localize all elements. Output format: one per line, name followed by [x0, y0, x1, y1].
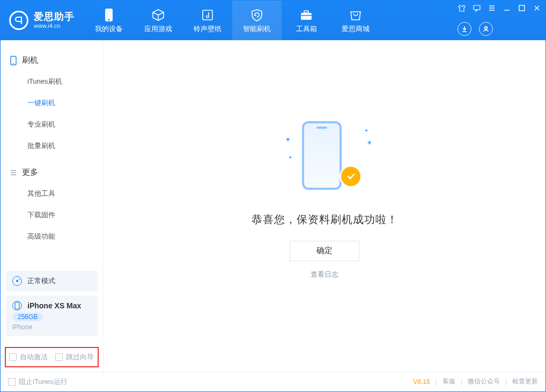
checkbox-icon	[9, 353, 17, 361]
svg-point-11	[16, 280, 18, 282]
nav-label: 我的设备	[95, 24, 123, 34]
checkbox-icon	[55, 353, 63, 361]
nav-apps-games[interactable]: 应用游戏	[134, 1, 183, 40]
app-logo: 爱思助手 www.i4.cn	[1, 1, 84, 40]
section-title: 刷机	[22, 55, 38, 65]
svg-rect-13	[15, 302, 19, 309]
wechat-link[interactable]: 微信公众号	[468, 377, 500, 386]
device-name: iPhone XS Max	[27, 301, 81, 310]
flash-options-box: 自动激活 跳过向导	[5, 347, 99, 367]
toolbox-icon	[299, 8, 314, 23]
main-nav: 我的设备 应用游戏 铃声壁纸 智能刷机 工具箱 爱思商城	[84, 1, 380, 40]
sidebar-section-flash: 刷机	[1, 50, 103, 71]
nav-label: 应用游戏	[144, 24, 172, 34]
sidebar-item-oneclick-flash[interactable]: 一键刷机	[1, 92, 103, 114]
ok-button[interactable]: 确定	[290, 241, 359, 261]
store-icon	[348, 8, 363, 23]
svg-point-8	[485, 27, 488, 29]
device-mode-row[interactable]: 正常模式	[6, 271, 98, 291]
sparkle-icon: ✦	[285, 135, 291, 144]
svg-rect-3	[301, 13, 312, 20]
window-controls	[453, 1, 545, 40]
shirt-icon[interactable]	[458, 4, 466, 12]
phone-icon	[9, 56, 18, 65]
app-name-cn: 爱思助手	[34, 12, 75, 23]
minimize-icon[interactable]	[503, 4, 511, 12]
checkmark-badge-icon	[340, 165, 362, 188]
sparkle-icon: ✦	[366, 138, 373, 147]
titlebar: 爱思助手 www.i4.cn 我的设备 应用游戏 铃声壁纸 智能刷机 工具箱 爱…	[1, 1, 545, 40]
view-log-link[interactable]: 查看日志	[311, 270, 338, 279]
nav-label: 铃声壁纸	[194, 24, 222, 34]
menu-icon[interactable]	[488, 4, 496, 12]
mode-icon	[12, 276, 22, 286]
refresh-shield-icon	[249, 8, 264, 23]
statusbar: 阻止iTunes运行 V8.16 | 客服 | 微信公众号 | 检查更新	[1, 372, 545, 391]
checkbox-icon	[8, 378, 16, 386]
checkbox-block-itunes[interactable]: 阻止iTunes运行	[8, 377, 68, 387]
sidebar-item-other-tools[interactable]: 其他工具	[1, 183, 103, 204]
device-storage-badge: 256GB	[12, 313, 43, 321]
feedback-icon[interactable]	[473, 4, 481, 12]
sidebar: 刷机 iTunes刷机 一键刷机 专业刷机 批量刷机 更多 其他工具 下载固件 …	[1, 40, 104, 372]
nav-toolbox[interactable]: 工具箱	[282, 1, 331, 40]
checkbox-label: 跳过向导	[66, 352, 94, 362]
nav-my-device[interactable]: 我的设备	[84, 1, 134, 40]
svg-rect-2	[203, 10, 212, 20]
svg-point-12	[19, 279, 20, 280]
svg-point-10	[13, 63, 14, 64]
maximize-icon[interactable]	[518, 4, 526, 12]
phone-icon	[302, 121, 342, 190]
cube-icon	[151, 8, 166, 23]
svg-rect-7	[519, 5, 525, 11]
checkbox-auto-activate[interactable]: 自动激活	[9, 352, 48, 362]
music-icon	[200, 8, 215, 23]
sidebar-item-advanced[interactable]: 高级功能	[1, 226, 103, 247]
device-type: iPhone	[12, 323, 32, 331]
app-name-en: www.i4.cn	[34, 23, 75, 29]
support-link[interactable]: 客服	[442, 377, 455, 386]
list-icon	[9, 168, 18, 177]
sidebar-section-more: 更多	[1, 162, 103, 183]
nav-ringtones[interactable]: 铃声壁纸	[183, 1, 232, 40]
content-pane: ✦ ✦ ✦ ✦ 恭喜您，保资料刷机成功啦！ 确定 查看日志	[104, 40, 545, 372]
sparkle-icon: ✦	[364, 128, 368, 134]
device-icon	[12, 301, 22, 310]
logo-icon	[9, 11, 28, 30]
nav-smart-flash[interactable]: 智能刷机	[232, 1, 282, 40]
checkbox-label: 自动激活	[20, 352, 48, 362]
nav-store[interactable]: 爱思商城	[331, 1, 380, 40]
checkbox-skip-guide[interactable]: 跳过向导	[55, 352, 94, 362]
sidebar-item-pro-flash[interactable]: 专业刷机	[1, 114, 103, 135]
svg-point-1	[108, 19, 110, 20]
download-icon[interactable]	[458, 22, 471, 36]
user-icon[interactable]	[479, 22, 493, 36]
nav-label: 智能刷机	[243, 24, 271, 34]
success-message: 恭喜您，保资料刷机成功啦！	[252, 212, 398, 227]
check-update-link[interactable]: 检查更新	[512, 377, 538, 386]
section-title: 更多	[22, 167, 38, 177]
sidebar-item-download-firmware[interactable]: 下载固件	[1, 204, 103, 226]
sidebar-item-batch-flash[interactable]: 批量刷机	[1, 135, 103, 157]
sparkle-icon: ✦	[288, 154, 292, 160]
success-illustration: ✦ ✦ ✦ ✦	[287, 112, 362, 197]
checkbox-label: 阻止iTunes运行	[19, 377, 68, 387]
version-label: V8.16	[413, 378, 430, 386]
device-info-row[interactable]: iPhone XS Max 256GB iPhone	[6, 295, 98, 336]
device-mode-label: 正常模式	[27, 276, 55, 286]
device-icon	[101, 8, 116, 23]
svg-rect-5	[301, 15, 312, 16]
svg-rect-4	[304, 11, 308, 13]
sidebar-item-itunes-flash[interactable]: iTunes刷机	[1, 71, 103, 92]
nav-label: 工具箱	[296, 24, 317, 34]
nav-label: 爱思商城	[342, 24, 370, 34]
svg-rect-6	[474, 5, 480, 10]
close-icon[interactable]	[533, 4, 541, 12]
